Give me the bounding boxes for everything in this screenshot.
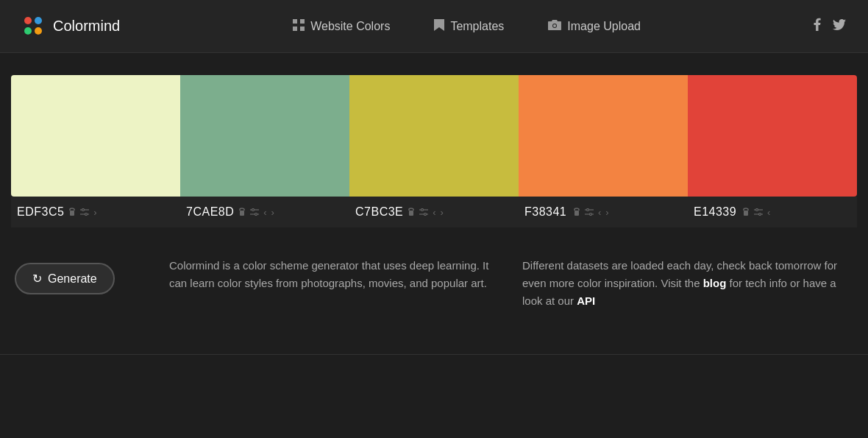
arrow-left-3[interactable]: ‹ [598, 207, 601, 218]
hex-3: F38341 [524, 205, 569, 219]
lock-icon-0[interactable] [68, 207, 76, 218]
generate-label: Generate [48, 272, 97, 286]
facebook-icon[interactable] [814, 18, 821, 35]
lock-icon-3[interactable] [573, 207, 580, 218]
svg-point-12 [82, 208, 85, 211]
lock-icon-1[interactable] [238, 207, 246, 218]
svg-rect-6 [293, 27, 297, 31]
twitter-icon[interactable] [833, 18, 846, 34]
main-nav: Website Colors Templates Image Upload [120, 19, 814, 34]
svg-rect-30 [744, 211, 748, 216]
footer-divider [0, 354, 868, 355]
lock-icon-2[interactable] [408, 207, 415, 218]
svg-point-19 [255, 213, 257, 215]
svg-point-27 [587, 208, 589, 211]
nav-website-colors-label: Website Colors [310, 20, 390, 33]
swatch-3 [519, 75, 688, 197]
swatch-2 [349, 75, 519, 197]
tune-icon-1[interactable] [250, 207, 259, 218]
svg-rect-20 [409, 211, 413, 216]
tune-icon-0[interactable] [80, 207, 89, 218]
tune-icon-2[interactable] [419, 207, 428, 218]
grid-icon [293, 19, 305, 34]
description-left: Colormind is a color scheme generator th… [169, 257, 500, 310]
tune-icon-3[interactable] [585, 207, 594, 218]
swatch-1 [180, 75, 349, 197]
svg-rect-25 [574, 211, 579, 216]
svg-point-14 [85, 213, 88, 215]
logo-area: Colormind [22, 15, 120, 38]
arrow-right-1[interactable]: › [271, 207, 274, 218]
hex-4: E14339 [694, 205, 738, 219]
arrow-right-3[interactable]: › [605, 207, 608, 218]
svg-rect-5 [300, 19, 305, 24]
logo-text: Colormind [53, 18, 120, 35]
svg-rect-4 [293, 19, 297, 24]
color-info-1: 7CAE8D ‹ › [180, 197, 349, 227]
blog-link[interactable]: blog [703, 277, 727, 289]
nav-website-colors[interactable]: Website Colors [293, 19, 390, 34]
svg-point-0 [24, 17, 32, 24]
social-icons [814, 18, 846, 35]
hex-2: C7BC3E [355, 205, 403, 219]
arrow-left-4[interactable]: ‹ [767, 207, 770, 218]
swatch-4 [688, 75, 857, 197]
nav-image-upload[interactable]: Image Upload [548, 19, 641, 34]
generate-area: ↻ Generate [15, 257, 147, 310]
arrow-left-1[interactable]: ‹ [263, 207, 266, 218]
svg-point-17 [252, 208, 255, 211]
color-info-4: E14339 ‹ [688, 197, 857, 227]
arrow-left-2[interactable]: ‹ [433, 207, 435, 218]
hex-1: 7CAE8D [186, 205, 234, 219]
nav-templates[interactable]: Templates [434, 19, 504, 34]
lock-icon-4[interactable] [742, 207, 750, 218]
bookmark-icon [434, 19, 444, 34]
color-palette [11, 75, 857, 197]
svg-point-29 [590, 213, 592, 215]
svg-point-22 [421, 208, 424, 211]
camera-icon [548, 20, 561, 33]
nav-templates-label: Templates [450, 20, 504, 33]
arrow-right-0[interactable]: › [93, 207, 96, 218]
svg-point-24 [424, 213, 427, 215]
color-info-2: C7BC3E ‹ › [349, 197, 519, 227]
svg-rect-10 [70, 211, 74, 216]
api-link[interactable]: API [577, 294, 595, 307]
svg-point-3 [35, 27, 42, 35]
svg-rect-7 [300, 27, 305, 31]
svg-rect-15 [240, 211, 244, 216]
refresh-icon: ↻ [32, 272, 42, 286]
color-info-row: EDF3C5 › 7CAE8D [11, 197, 857, 227]
svg-point-32 [756, 208, 758, 211]
logo-icon [22, 15, 46, 38]
color-info-0: EDF3C5 › [11, 197, 180, 227]
swatch-0 [11, 75, 180, 197]
svg-point-9 [553, 24, 556, 27]
arrow-right-2[interactable]: › [441, 207, 444, 218]
description-left-text: Colormind is a color scheme generator th… [169, 259, 488, 289]
svg-point-34 [759, 213, 761, 215]
color-info-3: F38341 ‹ › [519, 197, 688, 227]
tune-icon-4[interactable] [754, 207, 763, 218]
svg-point-2 [24, 27, 32, 35]
nav-image-upload-label: Image Upload [567, 20, 641, 33]
bottom-section: ↻ Generate Colormind is a color scheme g… [11, 257, 857, 310]
description-right: Different datasets are loaded each day, … [522, 257, 853, 310]
hex-0: EDF3C5 [17, 205, 64, 219]
generate-button[interactable]: ↻ Generate [15, 263, 115, 294]
svg-point-1 [35, 17, 42, 24]
